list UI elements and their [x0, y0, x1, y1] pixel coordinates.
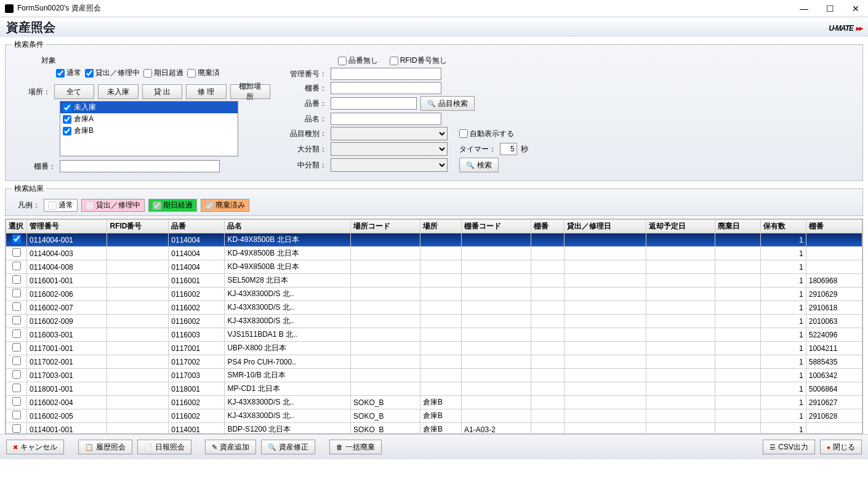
item-no-label: 品番： [283, 99, 327, 109]
row-checkbox[interactable] [12, 384, 21, 392]
place-tab-all[interactable]: 全て [54, 84, 94, 99]
column-header[interactable]: 棚番コード [462, 220, 531, 233]
table-row[interactable]: 0116003-0010116003VJS1511BDA1 B 北..15224… [6, 328, 862, 342]
daily-report-button[interactable]: 日報照会 [137, 440, 191, 454]
column-header[interactable]: 返却予定日 [646, 220, 715, 233]
place-tab-inventory[interactable]: 棚卸場所 [230, 84, 270, 99]
window-title: FormSun0020's 資産照会 [17, 3, 797, 14]
row-checkbox[interactable] [12, 329, 21, 338]
search-conditions: 検索条件 対象 通常 貸出／修理中 期日超過 廃棄済 場所： 全て 未入庫 貸 … [5, 39, 863, 181]
table-row[interactable]: 0114001-0010114001BDP-S1200 北日本SOKO_B倉庫B… [6, 423, 862, 435]
close-window-button[interactable]: ✕ [848, 4, 863, 14]
column-header[interactable]: 選択 [6, 220, 27, 233]
location-item[interactable]: 未入庫 [60, 102, 238, 113]
place-label: 場所： [12, 87, 50, 97]
legend-discarded: 廃棄済み [201, 199, 249, 212]
bulk-discard-button[interactable]: 一括廃棄 [329, 440, 382, 454]
item-type-select[interactable] [331, 127, 448, 140]
row-checkbox[interactable] [12, 248, 21, 257]
row-checkbox[interactable] [12, 370, 21, 379]
mid-cat-select[interactable] [331, 158, 448, 172]
place-tab-repair[interactable]: 修 理 [186, 84, 226, 99]
cancel-button[interactable]: キャンセル [6, 440, 64, 454]
column-header[interactable]: 保有数 [761, 220, 806, 233]
no-rfid-number[interactable]: RFID番号無し [390, 55, 447, 66]
row-checkbox[interactable] [12, 356, 21, 365]
column-header[interactable]: 廃棄日 [715, 220, 761, 233]
shelf-no-input[interactable] [331, 82, 441, 94]
search-button[interactable]: 検索 [459, 158, 499, 172]
item-no-input[interactable] [331, 97, 417, 110]
table-row[interactable]: 0114004-0030114004KD-49X8500B 北日本1 [6, 247, 862, 260]
search-legend: 検索条件 [12, 39, 46, 50]
timer-unit: 秒 [521, 144, 528, 155]
location-item[interactable]: 倉庫A [60, 113, 238, 125]
row-checkbox[interactable] [12, 262, 21, 270]
column-header[interactable]: 場所コード [351, 220, 420, 233]
row-checkbox[interactable] [12, 275, 21, 284]
history-button[interactable]: 履歴照会 [78, 440, 132, 454]
item-name-label: 品名： [283, 114, 327, 124]
cancel-icon [13, 443, 18, 451]
auto-display[interactable]: 自動表示する [459, 129, 514, 139]
close-button[interactable]: 閉じる [820, 440, 862, 454]
table-row[interactable]: 0114004-0080114004KD-49X8500B 北日本1 [6, 260, 862, 274]
item-name-input[interactable] [331, 113, 441, 125]
shelf-input[interactable] [60, 160, 220, 172]
location-item[interactable]: 倉庫B [60, 125, 238, 137]
column-header[interactable]: 棚番 [531, 220, 565, 233]
list-icon [85, 443, 94, 451]
csv-output-button[interactable]: CSV出力 [763, 440, 815, 454]
major-cat-select[interactable] [331, 142, 448, 156]
place-tab-unentered[interactable]: 未入庫 [98, 84, 138, 99]
page-header: 資産照会 U-MATE ▸▸ [0, 17, 868, 37]
maximize-button[interactable]: ☐ [822, 4, 837, 14]
table-row[interactable]: 0114004-0010114004KD-49X8500B 北日本1 [6, 233, 862, 247]
row-checkbox[interactable] [12, 424, 21, 433]
results-table: 選択管理番号RFID番号品番品名場所コード場所棚番コード棚番貸出／修理日返却予定… [6, 219, 862, 434]
page-title: 資産照会 [6, 19, 829, 36]
column-header[interactable]: RFID番号 [107, 220, 169, 233]
table-row[interactable]: 0118001-0010118001MP-CD1 北日本15006864 [6, 382, 862, 396]
row-checkbox[interactable] [12, 316, 21, 324]
row-checkbox[interactable] [12, 235, 21, 243]
minimize-button[interactable]: — [797, 4, 811, 14]
table-row[interactable]: 0116002-0050116002KJ-43X8300D/S 北..SOKO_… [6, 409, 862, 423]
column-header[interactable]: 棚番 [806, 220, 862, 233]
legend-lend-repair: 貸出／修理中 [81, 199, 145, 212]
target-discarded[interactable]: 廃棄済 [187, 68, 220, 78]
table-row[interactable]: 0116001-0010116001SEL50M28 北日本11806968 [6, 274, 862, 288]
table-row[interactable]: 0117002-0010117002PS4 Pro CUH-7000..1588… [6, 355, 862, 369]
column-header[interactable]: 品番 [169, 220, 225, 233]
column-header[interactable]: 品名 [225, 220, 351, 233]
mgmt-no-input[interactable] [331, 68, 441, 80]
column-header[interactable]: 場所 [420, 220, 462, 233]
row-checkbox[interactable] [12, 411, 21, 419]
csv-icon [770, 443, 776, 451]
column-header[interactable]: 管理番号 [27, 220, 107, 233]
modify-asset-button[interactable]: 資産修正 [261, 440, 315, 454]
row-checkbox[interactable] [12, 397, 21, 406]
column-header[interactable]: 貸出／修理日 [565, 220, 646, 233]
table-row[interactable]: 0116002-0070116002KJ-43X8300D/S 北..12910… [6, 301, 862, 315]
row-checkbox[interactable] [12, 343, 21, 352]
add-asset-button[interactable]: 資産追加 [205, 440, 256, 454]
legend-normal: 通常 [44, 199, 78, 212]
row-checkbox[interactable] [12, 289, 21, 297]
target-overdue[interactable]: 期日超過 [143, 68, 183, 78]
target-lend-repair[interactable]: 貸出／修理中 [85, 68, 140, 78]
table-row[interactable]: 0116002-0040116002KJ-43X8300D/S 北..SOKO_… [6, 396, 862, 409]
search-icon [427, 99, 436, 108]
results-table-wrap[interactable]: 選択管理番号RFID番号品番品名場所コード場所棚番コード棚番貸出／修理日返却予定… [5, 219, 863, 434]
item-search-button[interactable]: 品目検索 [420, 96, 475, 111]
location-list[interactable]: 未入庫倉庫A倉庫B [60, 101, 238, 156]
target-normal[interactable]: 通常 [56, 68, 81, 78]
place-tab-lend[interactable]: 貸 出 [142, 84, 182, 99]
table-row[interactable]: 0117001-0010117001UBP-X800 北日本11004211 [6, 342, 862, 355]
table-row[interactable]: 0117003-0010117003SMR-10/B 北日本11006342 [6, 369, 862, 382]
table-row[interactable]: 0116002-0060116002KJ-43X8300D/S 北..12910… [6, 288, 862, 301]
row-checkbox[interactable] [12, 302, 21, 311]
timer-input[interactable] [500, 143, 517, 155]
no-item-number[interactable]: 品番無し [338, 55, 378, 66]
table-row[interactable]: 0116002-0090116002KJ-43X8300D/S 北..12010… [6, 315, 862, 328]
